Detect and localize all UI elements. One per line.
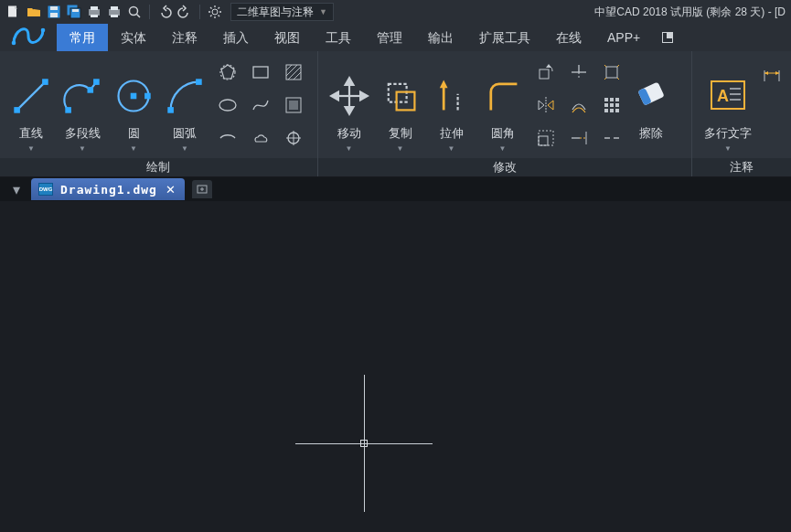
tool-mirror[interactable] xyxy=(532,91,560,119)
tool-array[interactable] xyxy=(598,91,625,119)
chevron-down-icon: ▼ xyxy=(130,145,137,153)
qat-open-icon[interactable] xyxy=(26,4,42,20)
svg-line-72 xyxy=(604,78,606,80)
fillet-icon xyxy=(483,76,523,116)
svg-rect-69 xyxy=(606,67,617,78)
copy-icon xyxy=(380,76,421,116)
tool-ellipse[interactable] xyxy=(214,91,241,119)
tab-tools[interactable]: 工具 xyxy=(313,24,364,51)
svg-marker-76 xyxy=(548,101,553,110)
file-tab-bar: ▾ DWG Drawing1.dwg ✕ xyxy=(0,177,791,201)
svg-rect-2 xyxy=(50,6,58,10)
svg-line-21 xyxy=(219,16,220,17)
ribbon-customize-icon[interactable] xyxy=(658,28,677,47)
svg-rect-80 xyxy=(604,103,608,107)
svg-rect-42 xyxy=(286,65,301,80)
ribbon: 直线 ▼ 多段线 ▼ 圆 ▼ 圆弧 ▼ xyxy=(0,51,791,177)
tab-solid[interactable]: 实体 xyxy=(108,24,159,51)
tool-fillet[interactable]: 圆角 ▼ xyxy=(477,56,529,154)
qat-saveas-icon[interactable] xyxy=(66,4,82,20)
tool-line[interactable]: 直线 ▼ xyxy=(5,56,57,154)
svg-line-22 xyxy=(210,16,212,17)
svg-rect-35 xyxy=(131,92,137,99)
svg-marker-58 xyxy=(360,91,368,100)
tool-move[interactable]: 移动 ▼ xyxy=(324,56,375,154)
tool-rectangle[interactable] xyxy=(247,59,274,86)
tool-mtext[interactable]: A 多行文字 ▼ xyxy=(698,56,758,154)
workspace-gear-icon[interactable] xyxy=(207,4,223,20)
tool-polyline[interactable]: 多段线 ▼ xyxy=(57,56,108,154)
workspace-selector[interactable]: 二维草图与注释 ▼ xyxy=(230,3,334,21)
svg-line-44 xyxy=(286,65,297,76)
svg-rect-11 xyxy=(111,6,118,10)
chevron-down-icon: ▼ xyxy=(397,145,404,153)
tab-ext[interactable]: 扩展工具 xyxy=(466,24,543,51)
svg-marker-104 xyxy=(775,71,779,75)
tab-output[interactable]: 输出 xyxy=(415,24,466,51)
tool-extend[interactable] xyxy=(565,124,593,152)
filetab-dropdown[interactable]: ▾ xyxy=(7,180,26,198)
qat-separator-2 xyxy=(199,5,200,19)
chevron-down-icon: ▼ xyxy=(181,145,188,153)
tool-point[interactable] xyxy=(280,124,307,152)
tool-scale[interactable] xyxy=(532,124,560,152)
svg-rect-29 xyxy=(14,107,20,113)
arc-icon xyxy=(165,76,205,116)
tab-view[interactable]: 视图 xyxy=(262,24,313,51)
panel-label-modify: 修改 xyxy=(318,158,691,176)
crosshair-pickbox xyxy=(360,440,368,447)
tab-common[interactable]: 常用 xyxy=(57,24,108,51)
tool-offset[interactable] xyxy=(565,91,593,119)
qat-save-icon[interactable] xyxy=(46,4,62,20)
panel-annotate: A 多行文字 ▼ 注释 xyxy=(692,51,791,176)
svg-rect-83 xyxy=(604,109,608,112)
close-icon[interactable]: ✕ xyxy=(165,183,177,196)
svg-rect-31 xyxy=(65,107,71,113)
new-tab-button[interactable] xyxy=(192,180,212,198)
app-title: 中望CAD 2018 试用版 (剩余 28 天) - [D xyxy=(594,5,786,20)
tool-circle[interactable]: 圆 ▼ xyxy=(108,56,159,154)
qat-print-icon[interactable] xyxy=(106,4,123,20)
qat-new-icon[interactable] xyxy=(5,4,22,20)
tool-dimension[interactable] xyxy=(758,62,786,90)
tab-appplus[interactable]: APP+ xyxy=(594,24,653,51)
tool-stretch[interactable]: 拉伸 ▼ xyxy=(426,56,477,154)
qat-redo-icon[interactable] xyxy=(176,4,193,20)
tool-explode[interactable] xyxy=(598,59,625,86)
tool-hatch[interactable] xyxy=(280,59,307,86)
app-logo[interactable] xyxy=(0,24,57,51)
eraser-icon xyxy=(631,76,671,116)
qat-undo-icon[interactable] xyxy=(156,4,173,20)
tool-arc[interactable]: 圆弧 ▼ xyxy=(159,56,210,154)
tool-revcloud[interactable] xyxy=(247,124,274,152)
svg-rect-82 xyxy=(615,103,619,107)
tab-manage[interactable]: 管理 xyxy=(364,24,415,51)
tool-ellipse-arc[interactable] xyxy=(214,124,241,152)
svg-marker-57 xyxy=(331,91,338,100)
qat-preview-icon[interactable] xyxy=(126,4,143,20)
svg-point-24 xyxy=(12,41,16,46)
svg-rect-10 xyxy=(109,9,120,16)
tool-erase[interactable]: 擦除 xyxy=(625,56,677,154)
tool-rotate[interactable] xyxy=(532,59,560,86)
qat-plots-icon[interactable] xyxy=(86,4,102,20)
svg-rect-9 xyxy=(91,15,98,17)
svg-point-13 xyxy=(130,7,138,16)
tab-online[interactable]: 在线 xyxy=(543,24,594,51)
tool-spline[interactable] xyxy=(247,91,274,119)
move-icon xyxy=(329,76,369,116)
tool-trim[interactable] xyxy=(565,59,593,86)
svg-rect-85 xyxy=(615,109,619,112)
tool-region[interactable] xyxy=(280,91,307,119)
file-tab-active[interactable]: DWG Drawing1.dwg ✕ xyxy=(31,178,185,200)
svg-rect-49 xyxy=(289,101,298,110)
tab-insert[interactable]: 插入 xyxy=(210,24,262,51)
menu-bar: 常用 实体 注释 插入 视图 工具 管理 输出 扩展工具 在线 APP+ xyxy=(0,24,791,51)
tab-annotate[interactable]: 注释 xyxy=(159,24,210,51)
tool-polygon[interactable] xyxy=(214,59,241,86)
svg-marker-65 xyxy=(546,64,551,68)
drawing-canvas[interactable] xyxy=(0,201,791,532)
svg-rect-87 xyxy=(539,131,553,145)
tool-break[interactable] xyxy=(598,124,625,152)
tool-copy[interactable]: 复制 ▼ xyxy=(375,56,426,154)
